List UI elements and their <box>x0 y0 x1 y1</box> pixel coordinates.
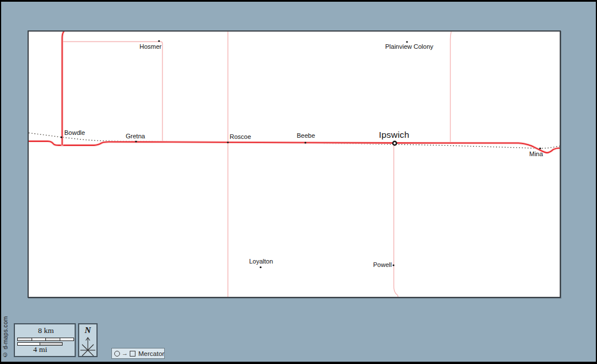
projection-name: Mercator <box>138 350 164 357</box>
town-dot-roscoe <box>227 141 228 143</box>
town-dot-mina <box>539 148 541 149</box>
map-canvas <box>29 32 560 297</box>
scale-km-segment <box>60 338 74 340</box>
copyright-text: © d-maps.com <box>1 315 9 359</box>
town-label-beebe: Beebe <box>297 133 315 139</box>
town-label-bowdle: Bowdle <box>64 130 85 136</box>
township-boundary-plainview <box>451 32 452 142</box>
town-ring-ipswich <box>393 141 396 145</box>
railroad-line <box>29 133 560 149</box>
scale-bar-km <box>17 338 74 341</box>
town-dot-bowdle <box>60 136 62 138</box>
map-frame <box>28 30 561 298</box>
scale-km-segment <box>46 338 60 340</box>
town-dot-powell <box>393 264 394 266</box>
town-dot-loyalton <box>259 266 261 268</box>
town-dot-gretna <box>135 141 137 142</box>
town-label-powell: Powell <box>373 262 391 268</box>
town-label-mina: Mina <box>529 151 543 157</box>
scale-km-segment <box>18 338 32 340</box>
north-arrow-panel: N <box>78 323 98 357</box>
township-boundary-hosmer <box>63 42 163 142</box>
compass-icon <box>79 335 96 356</box>
projected-square-icon <box>130 351 135 357</box>
globe-circle-icon <box>114 351 120 357</box>
town-label-ipswich: Ipswich <box>379 130 409 139</box>
projection-arrow-icon: → <box>122 350 128 357</box>
projection-box: → Mercator <box>111 348 165 359</box>
town-label-hosmer: Hosmer <box>139 44 162 50</box>
scale-km-label: 8 km <box>18 327 74 335</box>
town-label-loyalton: Loyalton <box>249 258 273 265</box>
town-label-gretna: Gretna <box>126 133 145 140</box>
town-label-plainview-colony: Plainview Colony <box>385 44 433 50</box>
scale-mi-label: 4 mi <box>18 346 63 354</box>
scale-bar-panel: 8 km 4 mi <box>14 323 76 357</box>
scale-km-segment <box>32 338 46 340</box>
town-dot-beebe <box>304 142 306 144</box>
township-boundary-powell <box>394 144 398 297</box>
north-label: N <box>79 326 96 335</box>
town-label-roscoe: Roscoe <box>230 134 251 140</box>
town-dot-hosmer <box>158 40 160 42</box>
